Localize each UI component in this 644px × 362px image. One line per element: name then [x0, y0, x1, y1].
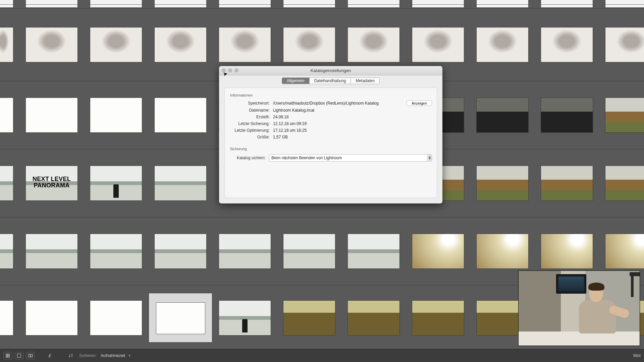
view-compare-icon[interactable] [26, 352, 35, 359]
show-button[interactable]: Anzeigen [407, 101, 432, 106]
thumb[interactable] [476, 27, 529, 62]
thumb[interactable] [90, 166, 142, 201]
thumb[interactable] [25, 98, 78, 133]
thumb[interactable] [412, 27, 464, 62]
thumb[interactable] [0, 0, 13, 7]
thumb[interactable] [412, 234, 464, 269]
thumb[interactable] [541, 0, 593, 7]
thumb[interactable] [347, 300, 400, 336]
svg-rect-6 [31, 354, 33, 357]
thumb[interactable] [219, 0, 271, 7]
thumb[interactable] [605, 98, 644, 133]
thumb-next-level-panorama[interactable]: NEXT LEVELPANORAMA [25, 166, 78, 201]
thumb[interactable] [219, 300, 271, 336]
label-filename: Dateiname: [229, 108, 270, 113]
thumb[interactable] [283, 234, 335, 269]
value-location: /Users/matthiasbutz/Dropbox (RedLens)/Li… [273, 101, 407, 106]
svg-rect-5 [29, 354, 30, 357]
sort-icon[interactable] [66, 352, 75, 359]
thumb[interactable] [605, 0, 644, 7]
label-lastopt: Letzte Optimierung: [229, 128, 270, 133]
svg-rect-4 [17, 354, 21, 358]
label-created: Erstellt: [229, 115, 270, 119]
thumb[interactable] [347, 0, 400, 7]
sort-label: Sortieren: [79, 353, 97, 358]
thumb[interactable] [412, 300, 464, 336]
thumb[interactable] [90, 300, 142, 336]
thumb[interactable] [90, 98, 142, 133]
label-location: Speicherort: [229, 101, 270, 106]
thumb[interactable] [0, 27, 13, 62]
dialog-tabs: Allgemein Dateihandhabung Metadaten [282, 77, 380, 84]
svg-rect-2 [6, 356, 7, 357]
thumb[interactable] [476, 98, 529, 133]
label-lastbackup: Letzte Sicherung: [229, 121, 270, 126]
tab-filehandling[interactable]: Dateihandhabung [310, 78, 351, 84]
thumb[interactable] [90, 234, 142, 269]
tab-general[interactable]: Allgemein [282, 78, 310, 84]
thumb[interactable] [154, 166, 207, 201]
svg-rect-0 [6, 354, 7, 355]
thumb[interactable] [283, 0, 335, 7]
thumb[interactable] [283, 27, 335, 62]
label-backup: Katalog sichern: [229, 156, 266, 160]
thumb[interactable] [25, 300, 78, 336]
value-lastopt: 17.12.18 um 16:25 [273, 128, 432, 133]
thumb[interactable] [605, 166, 644, 201]
thumb[interactable] [25, 234, 78, 269]
spray-icon[interactable] [46, 352, 55, 359]
catalog-settings-dialog: Katalogeinstellungen Allgemein Dateihand… [219, 66, 442, 203]
value-lastbackup: 12.12.18 um 09:19 [273, 121, 432, 126]
thumb[interactable] [347, 234, 400, 269]
thumb[interactable] [0, 300, 13, 336]
thumb[interactable] [154, 234, 207, 269]
thumb[interactable] [0, 234, 13, 269]
view-loupe-icon[interactable] [15, 352, 23, 359]
thumb[interactable] [0, 166, 13, 201]
sort-value[interactable]: Aufnahmezeit [101, 353, 125, 358]
thumb[interactable] [476, 0, 529, 7]
thumb[interactable] [605, 27, 644, 62]
thumb[interactable] [283, 300, 335, 336]
chevron-down-icon: ▾ [128, 353, 130, 358]
thumb[interactable] [0, 98, 13, 133]
section-info-header: Informationen [230, 93, 432, 97]
updown-icon [427, 155, 432, 161]
thumb[interactable] [25, 0, 78, 7]
backup-select[interactable]: Beim nächsten Beenden von Lightroom [269, 154, 432, 162]
thumb[interactable] [90, 0, 142, 7]
thumb[interactable] [154, 98, 207, 133]
zoom-icon[interactable] [234, 68, 238, 72]
thumb[interactable] [541, 234, 593, 269]
thumb[interactable] [541, 27, 593, 62]
thumb[interactable] [476, 166, 529, 201]
minimize-icon[interactable] [228, 68, 232, 72]
svg-rect-1 [8, 354, 9, 355]
thumb[interactable] [90, 27, 142, 62]
backup-select-value: Beim nächsten Beenden von Lightroom [271, 156, 342, 160]
thumb-selected[interactable] [149, 293, 212, 343]
close-icon[interactable] [222, 68, 226, 72]
view-grid-icon[interactable] [3, 352, 12, 359]
thumb[interactable] [412, 0, 464, 7]
dialog-panel: Informationen Speicherort: /Users/matthi… [224, 87, 437, 198]
dialog-titlebar[interactable]: Katalogeinstellungen [219, 66, 442, 75]
thumb[interactable] [347, 27, 400, 62]
thumb[interactable] [25, 27, 78, 62]
thumb[interactable] [219, 27, 271, 62]
thumb[interactable] [605, 234, 644, 269]
bottom-toolbar: Sortieren: Aufnahmezeit ▾ Mini [0, 349, 644, 362]
label-size: Größe: [229, 135, 270, 139]
thumb[interactable] [154, 27, 207, 62]
thumb[interactable] [476, 234, 529, 269]
value-size: 1,57 GB [273, 135, 432, 139]
thumb[interactable] [154, 0, 207, 7]
thumb[interactable] [541, 98, 593, 133]
tab-metadata[interactable]: Metadaten [351, 78, 379, 84]
mini-label[interactable]: Mini [633, 353, 641, 358]
value-created: 24.08.18 [273, 115, 432, 119]
section-backup-header: Sicherung [230, 147, 432, 151]
thumb[interactable] [541, 166, 593, 201]
thumb[interactable] [219, 234, 271, 269]
svg-rect-3 [8, 356, 9, 357]
